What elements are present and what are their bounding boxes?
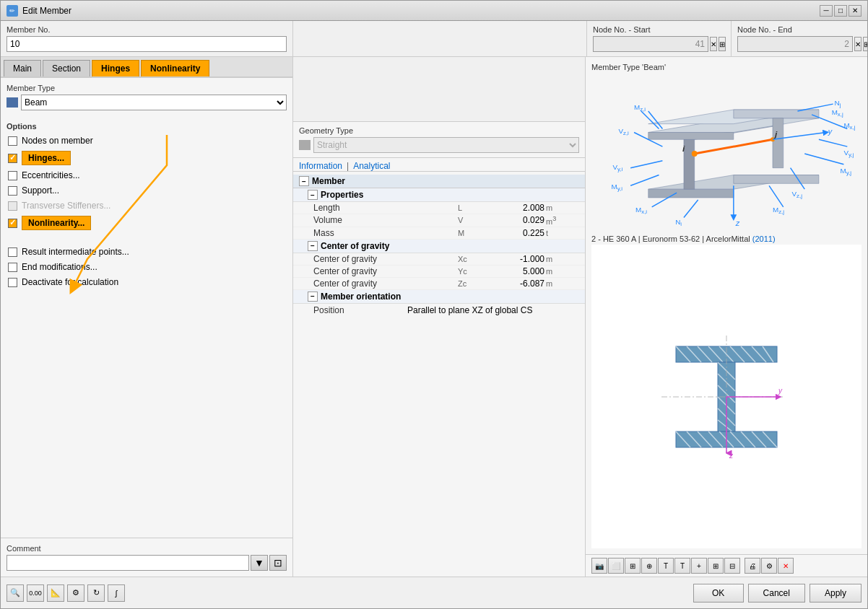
- node-end-input[interactable]: [737, 36, 853, 52]
- tab-nonlinearity[interactable]: Nonlinearity: [141, 60, 209, 76]
- diagram-tool-settings[interactable]: ⚙: [761, 558, 777, 574]
- svg-line-29: [769, 185, 784, 207]
- support-checkbox[interactable]: [8, 186, 17, 196]
- svg-marker-9: [734, 175, 819, 184]
- minimize-button[interactable]: ─: [820, 5, 833, 17]
- member-group-label: Member: [312, 176, 345, 186]
- svg-marker-7: [734, 110, 819, 118]
- diagram-tool-print[interactable]: 🖨: [745, 558, 760, 574]
- diagram-tool-text[interactable]: T: [658, 558, 674, 574]
- ok-button[interactable]: OK: [693, 584, 744, 603]
- eccentricities-checkbox[interactable]: [8, 171, 17, 180]
- section-diagram: y z: [591, 245, 862, 548]
- svg-line-35: [630, 175, 659, 186]
- orientation-label: Member orientation: [321, 292, 401, 302]
- window-title: Edit Member: [22, 6, 815, 16]
- orientation-subheader: − Member orientation: [293, 290, 585, 304]
- node-start-label: Node No. - Start: [593, 25, 725, 34]
- window-icon: ✏: [6, 5, 18, 17]
- tree-item-position: Position Parallel to plane XZ of global …: [293, 304, 585, 317]
- properties-subheader: − Properties: [293, 188, 585, 202]
- member-type-section: Member Type Beam: [1, 78, 292, 116]
- svg-text:y: y: [828, 127, 833, 136]
- tree-item-zc: Center of gravity Zc -6.087 m: [293, 278, 585, 290]
- main-window: ✏ Edit Member ─ □ ✕ Member No. Node No. …: [0, 0, 868, 609]
- cancel-button[interactable]: Cancel: [748, 584, 805, 603]
- tree-item-yc: Center of gravity Yc 5.000 m: [293, 266, 585, 278]
- svg-text:z: z: [729, 452, 734, 460]
- svg-line-39: [684, 200, 698, 218]
- apply-button[interactable]: Apply: [810, 584, 862, 603]
- option-transverse: Transverse Stiffeners...: [6, 200, 287, 211]
- beam-diagram-title: Member Type 'Beam': [586, 60, 867, 74]
- member-type-label: Member Type: [6, 84, 287, 92]
- option-end-modifications: End modifications...: [6, 261, 287, 273]
- node-start-input[interactable]: [593, 36, 708, 52]
- tree-item-volume: Volume V 0.029 m3: [293, 214, 585, 227]
- tool-number[interactable]: 0.00: [27, 584, 44, 602]
- section-year: (2011): [752, 235, 776, 243]
- cog-expand[interactable]: −: [308, 241, 318, 251]
- deactivate-checkbox[interactable]: [8, 278, 17, 287]
- geometry-select[interactable]: Straight: [313, 137, 579, 153]
- node-end-view-button[interactable]: ⊞: [863, 37, 868, 51]
- member-type-select[interactable]: Beam: [21, 95, 287, 110]
- transverse-checkbox[interactable]: [8, 201, 17, 211]
- tool-settings2[interactable]: ⚙: [67, 584, 84, 602]
- result-intermediate-checkbox[interactable]: [8, 247, 17, 257]
- node-start-view-button[interactable]: ⊞: [719, 37, 726, 51]
- diagram-tool-rect[interactable]: ⬜: [608, 558, 624, 574]
- nodes-on-member-checkbox[interactable]: [8, 136, 17, 146]
- hinges-button[interactable]: Hinges...: [22, 151, 71, 165]
- nonlinearity-button[interactable]: Nonlinearity...: [22, 216, 91, 230]
- info-tab-analytical[interactable]: Analytical: [353, 161, 390, 171]
- close-button[interactable]: ✕: [849, 5, 862, 17]
- diagram-tool-camera[interactable]: 📷: [591, 558, 607, 574]
- svg-line-23: [819, 139, 847, 146]
- tab-main[interactable]: Main: [4, 60, 41, 76]
- diagram-tool-grid2[interactable]: ⊟: [724, 558, 740, 574]
- nonlinearity-checkbox[interactable]: [8, 219, 17, 228]
- hinges-checkbox[interactable]: [8, 154, 17, 163]
- diagram-tool-axes[interactable]: ⊕: [641, 558, 657, 574]
- member-no-section: Member No.: [1, 21, 293, 56]
- comment-expand-button[interactable]: ▼: [251, 555, 268, 571]
- tool-refresh[interactable]: ↻: [87, 584, 105, 602]
- tab-section[interactable]: Section: [43, 60, 90, 76]
- comment-action-button[interactable]: ⊡: [269, 555, 287, 571]
- diagram-area: Member Type 'Beam': [586, 57, 867, 554]
- diagram-tool-plus[interactable]: +: [691, 558, 707, 574]
- cog-subheader: − Center of gravity: [293, 240, 585, 253]
- result-intermediate-label: Result intermediate points...: [22, 247, 129, 257]
- tool-search[interactable]: 🔍: [6, 584, 24, 602]
- properties-label: Properties: [321, 190, 363, 200]
- section-description-label: 2 - HE 360 A | Euronorm 53-62 | ArcelorM…: [586, 233, 867, 245]
- info-tab-information[interactable]: Information: [299, 161, 342, 171]
- bottom-toolbar: 🔍 0.00 📐 ⚙ ↻ ∫: [6, 584, 125, 602]
- member-expand[interactable]: −: [299, 176, 309, 186]
- tool-formula[interactable]: ∫: [108, 584, 125, 602]
- end-modifications-checkbox[interactable]: [8, 263, 17, 272]
- diagram-tool-text2[interactable]: T: [674, 558, 690, 574]
- svg-line-10: [695, 139, 773, 154]
- member-no-input[interactable]: [6, 36, 287, 52]
- comment-section: Comment ▼ ⊡: [1, 538, 292, 577]
- node-start-pick-button[interactable]: ✕: [710, 37, 717, 51]
- tab-hinges[interactable]: Hinges: [92, 60, 139, 76]
- diagram-tool-grid[interactable]: ⊞: [708, 558, 724, 574]
- tool-angles[interactable]: 📐: [47, 584, 64, 602]
- maximize-button[interactable]: □: [834, 5, 847, 17]
- diagram-tool-close[interactable]: ✕: [778, 558, 794, 574]
- properties-expand[interactable]: −: [308, 190, 318, 200]
- diagram-tool-nodes[interactable]: ⊞: [625, 558, 641, 574]
- window-controls: ─ □ ✕: [820, 5, 862, 17]
- eccentricities-label: Eccentricities...: [22, 170, 80, 180]
- comment-input[interactable]: [6, 555, 249, 571]
- transverse-label: Transverse Stiffeners...: [22, 201, 110, 211]
- tree-item-mass: Mass M 0.225 t: [293, 227, 585, 240]
- geometry-section: Geometry Type Straight: [293, 122, 585, 158]
- node-end-pick-button[interactable]: ✕: [854, 37, 862, 51]
- tree-member-header: − Member: [293, 175, 585, 188]
- svg-point-11: [692, 151, 698, 157]
- orientation-expand[interactable]: −: [308, 292, 318, 302]
